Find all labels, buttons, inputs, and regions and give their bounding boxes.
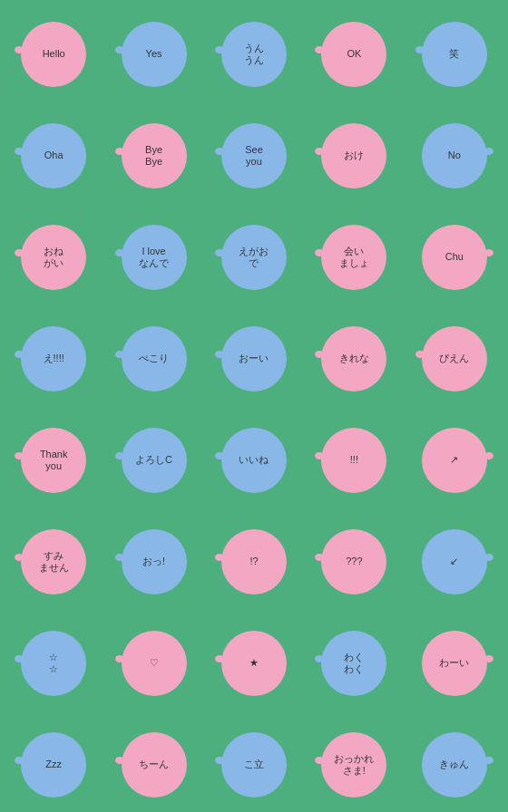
cell: ♡ (103, 613, 203, 714)
bubble-27[interactable]: !? (221, 529, 287, 594)
bubble-17[interactable]: おーい (221, 326, 287, 392)
bubble-8[interactable]: おけ (321, 123, 386, 188)
cell: 笑 (405, 4, 504, 105)
cell: おっ! (103, 511, 203, 613)
bubble-2[interactable]: うん うん (221, 22, 287, 87)
bubble-28[interactable]: ??? (321, 529, 386, 594)
bubble-34[interactable]: わーい (422, 631, 487, 696)
bubble-9[interactable]: No (422, 123, 487, 188)
cell: Zzz (4, 714, 103, 812)
bubble-30[interactable]: ☆ ☆ (21, 631, 86, 696)
cell: 会い ましょ (304, 207, 404, 308)
bubble-18[interactable]: きれな (321, 326, 386, 392)
cell: Thank you (4, 410, 103, 511)
cell: OK (304, 4, 404, 105)
emoji-grid: HelloYesうん うんOK笑OhaBye ByeSee youおけNoおね … (0, 0, 508, 812)
cell: ちーん (103, 714, 203, 812)
cell: きゅん (405, 714, 504, 812)
bubble-29[interactable]: ↙ (422, 529, 487, 594)
bubble-20[interactable]: Thank you (21, 428, 86, 493)
cell: Hello (4, 4, 103, 105)
cell: I love なんで (103, 207, 203, 308)
cell: !!! (304, 410, 404, 511)
cell: Oha (4, 105, 103, 207)
cell: え!!!! (4, 308, 103, 410)
cell: おっかれ さま! (304, 714, 404, 812)
bubble-14[interactable]: Chu (422, 225, 487, 290)
bubble-1[interactable]: Yes (122, 22, 187, 87)
bubble-36[interactable]: ちーん (122, 732, 187, 798)
bubble-38[interactable]: おっかれ さま! (321, 732, 386, 798)
cell: わーい (405, 613, 504, 714)
bubble-37[interactable]: こ立 (221, 732, 287, 798)
bubble-35[interactable]: Zzz (21, 732, 86, 798)
cell: おね がい (4, 207, 103, 308)
cell: Chu (405, 207, 504, 308)
cell: ↙ (405, 511, 504, 613)
bubble-21[interactable]: よろしC (122, 428, 187, 493)
bubble-22[interactable]: いいね (221, 428, 287, 493)
cell: See you (204, 105, 304, 207)
bubble-26[interactable]: おっ! (122, 529, 187, 594)
bubble-25[interactable]: すみ ません (21, 529, 86, 594)
bubble-5[interactable]: Oha (21, 123, 86, 188)
cell: !? (204, 511, 304, 613)
bubble-32[interactable]: ★ (221, 631, 287, 696)
bubble-24[interactable]: ↗ (422, 428, 487, 493)
bubble-19[interactable]: ぴえん (422, 326, 487, 392)
bubble-12[interactable]: えがお で (221, 225, 287, 290)
cell: ぴえん (405, 308, 504, 410)
bubble-16[interactable]: ぺこり (122, 326, 187, 392)
cell: いいね (204, 410, 304, 511)
bubble-7[interactable]: See you (221, 123, 287, 188)
cell: ↗ (405, 410, 504, 511)
cell: えがお で (204, 207, 304, 308)
bubble-3[interactable]: OK (321, 22, 386, 87)
bubble-13[interactable]: 会い ましょ (321, 225, 386, 290)
bubble-33[interactable]: わく わく (321, 631, 386, 696)
bubble-31[interactable]: ♡ (122, 631, 187, 696)
cell: ☆ ☆ (4, 613, 103, 714)
cell: うん うん (204, 4, 304, 105)
bubble-6[interactable]: Bye Bye (122, 123, 187, 188)
cell: おーい (204, 308, 304, 410)
cell: ★ (204, 613, 304, 714)
cell: おけ (304, 105, 404, 207)
cell: ??? (304, 511, 404, 613)
cell: わく わく (304, 613, 404, 714)
cell: Bye Bye (103, 105, 203, 207)
cell: きれな (304, 308, 404, 410)
bubble-0[interactable]: Hello (21, 22, 86, 87)
bubble-39[interactable]: きゅん (422, 732, 487, 798)
cell: こ立 (204, 714, 304, 812)
bubble-15[interactable]: え!!!! (21, 326, 86, 392)
cell: No (405, 105, 504, 207)
bubble-4[interactable]: 笑 (422, 22, 487, 87)
cell: すみ ません (4, 511, 103, 613)
bubble-10[interactable]: おね がい (21, 225, 86, 290)
cell: Yes (103, 4, 203, 105)
cell: よろしC (103, 410, 203, 511)
bubble-11[interactable]: I love なんで (122, 225, 187, 290)
cell: ぺこり (103, 308, 203, 410)
bubble-23[interactable]: !!! (321, 428, 386, 493)
